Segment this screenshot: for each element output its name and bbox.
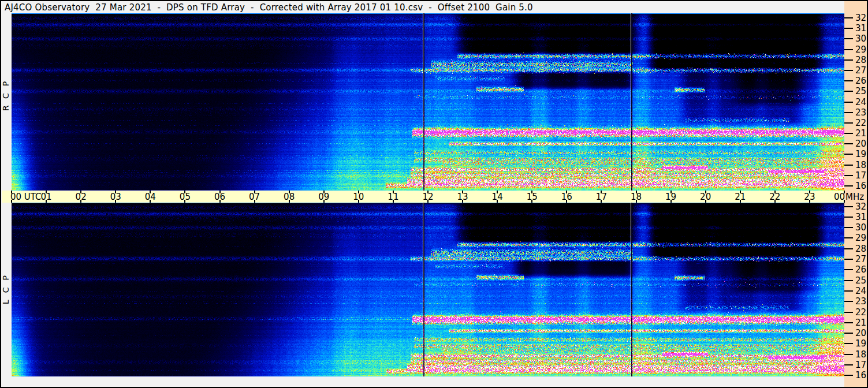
freq-tick xyxy=(844,322,853,323)
time-tick-label: 07 xyxy=(249,192,260,202)
freq-tick-label: 28 xyxy=(855,244,866,254)
freq-tick xyxy=(844,185,853,186)
time-tick-label: 20 xyxy=(700,192,711,202)
freq-tick-label: 25 xyxy=(855,275,866,286)
freq-tick xyxy=(844,175,853,176)
freq-tick-label: 29 xyxy=(855,44,866,55)
time-tick-label: 21 xyxy=(735,192,746,202)
time-tick-label: 13 xyxy=(457,192,468,202)
title-bar: AJ4CO Observatory 27 Mar 2021 - DPS on T… xyxy=(1,1,844,13)
freq-tick-label: 32 xyxy=(855,13,866,23)
freq-tick-label: 19 xyxy=(855,149,866,159)
freq-tick xyxy=(844,301,853,302)
freq-tick xyxy=(844,364,853,365)
time-tick-label: 16 xyxy=(561,192,572,202)
freq-tick-label: 16 xyxy=(855,370,866,380)
spectrogram-lcp xyxy=(12,203,844,376)
time-tick-label: 08 xyxy=(284,192,295,202)
lcp-panel-label: LCP xyxy=(1,252,11,321)
freq-tick xyxy=(844,154,853,155)
freq-tick xyxy=(844,102,853,103)
freq-tick xyxy=(844,17,853,18)
time-tick-label: 14 xyxy=(492,192,503,202)
freq-tick xyxy=(844,49,853,50)
freq-tick-label: 21 xyxy=(855,128,866,139)
time-tick-label: 22 xyxy=(769,192,780,202)
freq-tick-label: 24 xyxy=(855,286,866,296)
freq-tick xyxy=(844,248,853,249)
freq-tick xyxy=(844,80,853,81)
freq-tick xyxy=(844,143,853,144)
freq-tick-label: 23 xyxy=(855,107,866,118)
time-tick-label: 02 xyxy=(76,192,87,202)
freq-tick xyxy=(844,133,853,134)
freq-tick-label: 31 xyxy=(855,212,866,222)
time-tick-label: 12 xyxy=(422,192,433,202)
freq-tick-label: 20 xyxy=(855,328,866,338)
freq-tick xyxy=(844,38,853,39)
time-tick-label: 18 xyxy=(631,192,642,202)
time-tick-label: 09 xyxy=(318,192,329,202)
time-tick-label: 06 xyxy=(214,192,225,202)
freq-tick-label: 20 xyxy=(855,139,866,149)
bottom-margin-strip xyxy=(1,376,844,387)
freq-tick-label: 24 xyxy=(855,97,866,107)
freq-tick xyxy=(844,59,853,61)
freq-tick-label: 30 xyxy=(855,33,866,44)
freq-tick-label: 32 xyxy=(855,202,866,212)
freq-tick xyxy=(844,28,853,29)
freq-tick xyxy=(844,237,853,238)
time-tick-label: 23 xyxy=(804,192,815,202)
freq-tick xyxy=(844,333,853,334)
freq-tick xyxy=(844,375,853,376)
freq-tick xyxy=(844,122,853,124)
spectrogram-rcp xyxy=(12,13,844,191)
time-tick-label: 05 xyxy=(180,192,191,202)
window-title: AJ4CO Observatory 27 Mar 2021 - DPS on T… xyxy=(1,2,533,13)
time-tick-label: 17 xyxy=(596,192,607,202)
freq-tick xyxy=(844,269,853,270)
mhz-unit-label: MHz xyxy=(845,192,864,202)
freq-tick-label: 22 xyxy=(855,307,866,318)
freq-tick xyxy=(844,290,853,292)
freq-tick-label: 28 xyxy=(855,55,866,65)
freq-tick-label: 27 xyxy=(855,254,866,264)
freq-tick-label: 30 xyxy=(855,222,866,233)
time-tick-label: 00 xyxy=(834,192,845,202)
rcp-panel-label: RCP xyxy=(1,58,11,127)
freq-tick xyxy=(844,217,853,218)
freq-tick xyxy=(844,206,853,207)
freq-tick-label: 25 xyxy=(855,86,866,96)
freq-tick-label: 31 xyxy=(855,23,866,33)
freq-tick-label: 22 xyxy=(855,118,866,128)
freq-tick-label: 23 xyxy=(855,296,866,307)
freq-tick xyxy=(844,227,853,228)
freq-tick xyxy=(844,165,853,166)
freq-tick xyxy=(844,280,853,281)
freq-tick xyxy=(844,112,853,113)
time-tick-label: 00 UTC xyxy=(10,192,42,202)
freq-tick xyxy=(844,91,853,92)
freq-tick-label: 26 xyxy=(855,76,866,86)
dps-spectrogram-window: AJ4CO Observatory 27 Mar 2021 - DPS on T… xyxy=(0,0,868,388)
freq-tick-label: 18 xyxy=(855,160,866,170)
freq-tick xyxy=(844,312,853,313)
freq-tick-label: 19 xyxy=(855,338,866,349)
freq-tick xyxy=(844,343,853,344)
time-tick-label: 15 xyxy=(527,192,538,202)
time-tick-label: 19 xyxy=(665,192,676,202)
freq-tick-label: 21 xyxy=(855,318,866,328)
time-tick-label: 03 xyxy=(110,192,121,202)
time-tick-label: 10 xyxy=(353,192,364,202)
freq-tick-label: 26 xyxy=(855,264,866,275)
freq-tick xyxy=(844,70,853,71)
freq-tick-label: 17 xyxy=(855,170,866,181)
freq-tick-label: 29 xyxy=(855,233,866,243)
freq-tick xyxy=(844,354,853,355)
time-tick-label: 11 xyxy=(388,192,398,202)
freq-tick-label: 27 xyxy=(855,65,866,76)
freq-tick-label: 16 xyxy=(855,181,866,191)
freq-tick-label: 17 xyxy=(855,360,866,370)
time-tick-label: 04 xyxy=(145,192,156,202)
freq-tick xyxy=(844,259,853,260)
